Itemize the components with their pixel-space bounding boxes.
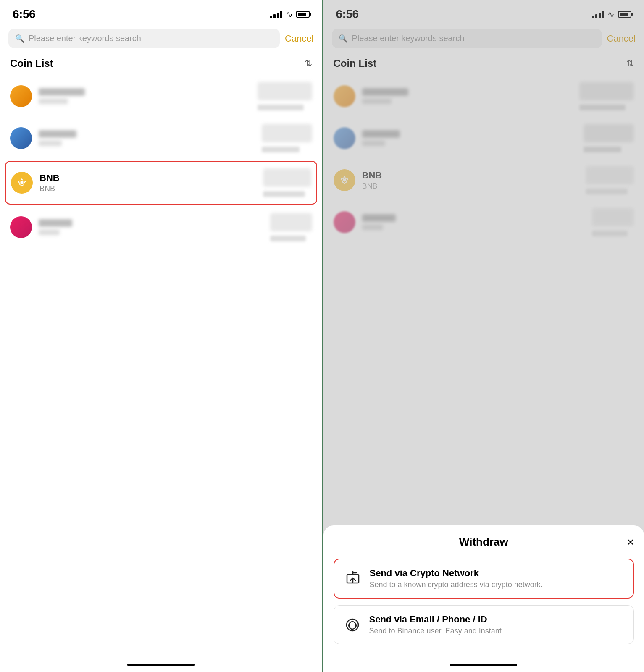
right-bnb-symbol: BNB	[362, 182, 579, 191]
left-phone-panel: 6:56 ∿ 🔍 Please enter keywords search Ca…	[0, 0, 322, 672]
email-phone-icon	[342, 615, 363, 635]
left-bnb-avatar	[11, 172, 33, 194]
svg-point-5	[343, 178, 346, 181]
email-option-title: Send via Email / Phone / ID	[369, 614, 626, 625]
left-coin-list: BNB BNB	[0, 75, 322, 672]
right-coin-info-4	[362, 214, 586, 230]
right-status-icons: ∿	[592, 9, 631, 19]
right-battery-icon	[618, 11, 631, 18]
sheet-header: Withdraw ×	[334, 536, 634, 549]
right-list-header: Coin List ⇅	[323, 53, 644, 75]
crypto-option-text: Send via Crypto Network Send to a known …	[370, 568, 625, 589]
right-bnb-info: BNB BNB	[362, 170, 579, 191]
left-coin-avatar-1	[10, 85, 32, 107]
left-wifi-icon: ∿	[286, 9, 293, 19]
left-status-icons: ∿	[270, 9, 310, 19]
left-coin-item-bnb[interactable]: BNB BNB	[5, 161, 317, 205]
left-coin-item-4[interactable]	[0, 206, 322, 248]
left-list-header: Coin List ⇅	[0, 53, 322, 75]
left-coin-info-1	[39, 88, 251, 104]
right-coin-item-4[interactable]	[323, 201, 644, 243]
left-status-time: 6:56	[13, 8, 35, 21]
email-option-desc: Send to Binance user. Easy and Instant.	[369, 627, 626, 635]
left-search-icon: 🔍	[15, 34, 24, 43]
svg-point-2	[20, 181, 23, 184]
left-battery-icon	[296, 11, 310, 18]
sheet-title: Withdraw	[459, 536, 508, 549]
left-coin-avatar-4	[10, 216, 32, 238]
right-wifi-icon: ∿	[607, 9, 615, 19]
left-signal-icon	[270, 10, 282, 18]
left-list-title: Coin List	[10, 58, 53, 69]
right-home-indicator	[450, 664, 517, 666]
right-coin-avatar-1	[334, 85, 355, 107]
left-coin-avatar-2	[10, 127, 32, 149]
left-status-bar: 6:56 ∿	[0, 0, 322, 25]
left-sort-icon[interactable]: ⇅	[305, 58, 312, 69]
left-coin-item-1[interactable]	[0, 75, 322, 117]
left-coin-item-2[interactable]	[0, 117, 322, 159]
right-coin-item-1[interactable]	[323, 75, 644, 117]
right-bnb-avatar	[334, 169, 355, 191]
email-option-text: Send via Email / Phone / ID Send to Bina…	[369, 614, 626, 635]
crypto-option-title: Send via Crypto Network	[370, 568, 625, 579]
left-search-placeholder: Please enter keywords search	[29, 34, 141, 43]
left-home-indicator	[127, 664, 195, 666]
svg-marker-3	[343, 176, 346, 178]
right-coin-item-2[interactable]	[323, 117, 644, 159]
sheet-close-button[interactable]: ×	[627, 536, 634, 549]
right-search-placeholder: Please enter keywords search	[352, 34, 465, 43]
right-sort-icon[interactable]: ⇅	[626, 58, 634, 69]
crypto-network-icon	[343, 569, 363, 589]
crypto-option-desc: Send to a known crypto address via crypt…	[370, 580, 625, 589]
svg-marker-0	[20, 178, 23, 181]
left-bnb-name: BNB	[39, 173, 256, 184]
right-coin-info-1	[362, 88, 573, 104]
left-cancel-button[interactable]: Cancel	[285, 33, 313, 44]
right-search-icon: 🔍	[339, 34, 348, 43]
left-coin-info-4	[39, 219, 263, 235]
left-bnb-symbol: BNB	[39, 184, 256, 193]
right-cancel-button[interactable]: Cancel	[607, 33, 636, 44]
left-search-container: 🔍 Please enter keywords search Cancel	[0, 25, 322, 53]
right-list-title: Coin List	[334, 58, 377, 69]
right-coin-info-2	[362, 130, 577, 146]
left-coin-info-2	[39, 130, 255, 146]
right-coin-avatar-2	[334, 127, 355, 149]
right-phone-panel: 6:56 ∿ 🔍 Please enter keywords search Ca…	[322, 0, 644, 672]
right-coin-item-bnb[interactable]: BNB BNB	[323, 159, 644, 201]
email-phone-option[interactable]: Send via Email / Phone / ID Send to Bina…	[334, 605, 634, 644]
right-bottom-sheet: Withdraw × Send via Crypto Network Send …	[323, 525, 644, 672]
crypto-network-option[interactable]: Send via Crypto Network Send to a known …	[334, 559, 634, 598]
left-search-bar[interactable]: 🔍 Please enter keywords search	[8, 29, 280, 48]
right-search-bar[interactable]: 🔍 Please enter keywords search	[332, 29, 602, 48]
right-search-container: 🔍 Please enter keywords search Cancel	[323, 25, 644, 53]
right-status-time: 6:56	[336, 8, 359, 21]
right-signal-icon	[592, 10, 604, 18]
left-bnb-info: BNB BNB	[39, 173, 256, 193]
right-status-bar: 6:56 ∿	[323, 0, 644, 25]
right-bnb-name: BNB	[362, 170, 579, 181]
right-coin-avatar-4	[334, 211, 355, 233]
